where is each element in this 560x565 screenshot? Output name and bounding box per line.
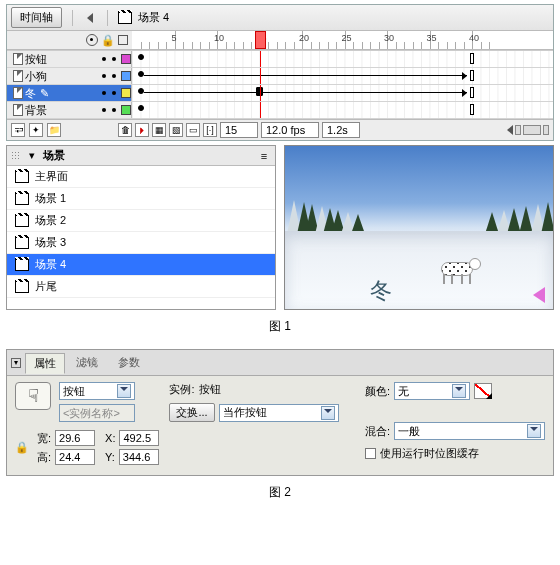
delete-layer-icon[interactable]: 🗑 (118, 123, 132, 137)
layer-track[interactable] (132, 102, 553, 118)
layer-track[interactable] (132, 51, 553, 67)
onion-skin-icon[interactable]: ▦ (152, 123, 166, 137)
scene-clap-icon (15, 193, 29, 205)
timeline-panel: 时间轴 场景 4 🔒 510152025303540 按钮小狗冬✎背景 ⮒ ✦ … (6, 4, 554, 141)
timeline-header-row: 🔒 510152025303540 (7, 31, 553, 50)
timeline-scroll[interactable] (507, 125, 549, 135)
layer-row[interactable]: 冬✎ (7, 85, 553, 102)
elapsed-time-field: 1.2s (322, 122, 360, 138)
scene-clap-icon (15, 215, 29, 227)
instance-value: 按钮 (199, 382, 221, 397)
layer-track[interactable] (132, 68, 553, 84)
scenes-dropdown-icon[interactable]: ▾ (25, 149, 39, 163)
dalmatian-sprite (435, 256, 481, 284)
onion-markers-icon[interactable]: [·] (203, 123, 217, 137)
edit-multiframe-icon[interactable]: ▭ (186, 123, 200, 137)
figure-2-caption: 图 2 (0, 484, 560, 501)
layer-name: 小狗 (25, 69, 47, 84)
scene-clap-icon (15, 171, 29, 183)
winter-glyph: 冬 (370, 276, 392, 306)
scene-item-label: 场景 2 (35, 213, 66, 228)
pencil-icon: ✎ (40, 87, 49, 100)
figure-1-caption: 图 1 (0, 318, 560, 335)
scene-item[interactable]: 场景 3 (7, 232, 275, 254)
tab-params[interactable]: 参数 (109, 352, 149, 373)
tab-properties[interactable]: 属性 (25, 353, 65, 374)
panel-grip-icon[interactable] (11, 151, 21, 161)
layer-icon (13, 70, 23, 82)
layer-rows: 按钮小狗冬✎背景 (7, 50, 553, 119)
blend-label: 混合: (365, 424, 390, 439)
symbol-type-select[interactable]: 按钮 (59, 382, 135, 400)
symbol-thumbnail: ☟ (15, 382, 51, 410)
layer-icon (13, 53, 23, 65)
current-scene-label: 场景 4 (138, 10, 169, 25)
properties-panel: ▾ 属性 滤镜 参数 ☟ 按钮 <实例名称> 🔒 宽:29.6 X:492.5 … (6, 349, 554, 476)
layer-color-swatch[interactable] (121, 71, 131, 81)
swap-symbol-button[interactable]: 交换... (169, 403, 214, 422)
layer-icon (13, 87, 23, 99)
layer-color-swatch[interactable] (121, 105, 131, 115)
lock-wh-icon[interactable]: 🔒 (15, 441, 29, 454)
layer-name: 背景 (25, 103, 47, 118)
scene-clap-icon (15, 259, 29, 271)
blend-mode-select[interactable]: 一般 (394, 422, 545, 440)
center-playhead-icon[interactable]: ⏵ (135, 123, 149, 137)
color-swatch[interactable] (474, 383, 492, 399)
layer-icon (13, 104, 23, 116)
layer-row[interactable]: 按钮 (7, 51, 553, 68)
fps-field[interactable]: 12.0 fps (261, 122, 319, 138)
frame-ruler[interactable]: 510152025303540 (132, 31, 553, 49)
scene-item[interactable]: 场景 4 (7, 254, 275, 276)
layer-name: 冬 (25, 86, 36, 101)
behavior-select[interactable]: 当作按钮 (219, 404, 340, 422)
scene-item[interactable]: 场景 1 (7, 188, 275, 210)
tab-filters[interactable]: 滤镜 (67, 352, 107, 373)
outline-column-icon[interactable] (118, 35, 128, 45)
color-effect-select[interactable]: 无 (394, 382, 470, 400)
onion-outline-icon[interactable]: ▧ (169, 123, 183, 137)
current-frame-field[interactable]: 15 (220, 122, 258, 138)
scenes-panel: ▾ 场景 ≡ 主界面场景 1场景 2场景 3场景 4片尾 (6, 145, 276, 310)
color-label: 颜色: (365, 384, 390, 399)
scene-item[interactable]: 主界面 (7, 166, 275, 188)
x-field[interactable]: 492.5 (119, 430, 159, 446)
layer-color-swatch[interactable] (121, 54, 131, 64)
scene-item-label: 主界面 (35, 169, 68, 184)
layer-name: 按钮 (25, 52, 47, 67)
scene-item-label: 场景 4 (35, 257, 66, 272)
scene-item[interactable]: 片尾 (7, 276, 275, 298)
layer-row[interactable]: 背景 (7, 102, 553, 119)
scene-item-label: 片尾 (35, 279, 57, 294)
layer-color-swatch[interactable] (121, 88, 131, 98)
scene-item[interactable]: 场景 2 (7, 210, 275, 232)
bitmap-cache-label: 使用运行时位图缓存 (380, 446, 479, 461)
visibility-column-icon[interactable] (86, 34, 98, 46)
bitmap-cache-checkbox[interactable] (365, 448, 376, 459)
preview-prev-icon[interactable] (533, 287, 545, 303)
new-guide-layer-icon[interactable]: ✦ (29, 123, 43, 137)
layer-track[interactable] (132, 85, 553, 101)
stage-preview: 冬 (284, 145, 554, 310)
collapse-icon[interactable]: ▾ (11, 358, 21, 368)
scene-item-label: 场景 3 (35, 235, 66, 250)
width-field[interactable]: 29.6 (55, 430, 95, 446)
scenes-menu-icon[interactable]: ≡ (257, 149, 271, 163)
y-field[interactable]: 344.6 (119, 449, 159, 465)
prev-scene-icon[interactable] (83, 11, 97, 25)
timeline-titlebar: 时间轴 场景 4 (7, 5, 553, 31)
scenes-header-label: 场景 (43, 148, 65, 163)
properties-tabbar: ▾ 属性 滤镜 参数 (7, 350, 553, 376)
timeline-footer: ⮒ ✦ 📁 🗑 ⏵ ▦ ▧ ▭ [·] 15 12.0 fps 1.2s (7, 119, 553, 140)
scene-clap-icon (15, 281, 29, 293)
instance-name-input[interactable]: <实例名称> (59, 404, 135, 422)
new-layer-icon[interactable]: ⮒ (11, 123, 25, 137)
scene-list: 主界面场景 1场景 2场景 3场景 4片尾 (7, 166, 275, 298)
scene-clap-icon (118, 11, 132, 25)
new-folder-icon[interactable]: 📁 (47, 123, 61, 137)
scene-clap-icon (15, 237, 29, 249)
height-field[interactable]: 24.4 (55, 449, 95, 465)
timeline-tab-button[interactable]: 时间轴 (11, 7, 62, 28)
layer-row[interactable]: 小狗 (7, 68, 553, 85)
lock-column-icon[interactable]: 🔒 (101, 34, 115, 47)
